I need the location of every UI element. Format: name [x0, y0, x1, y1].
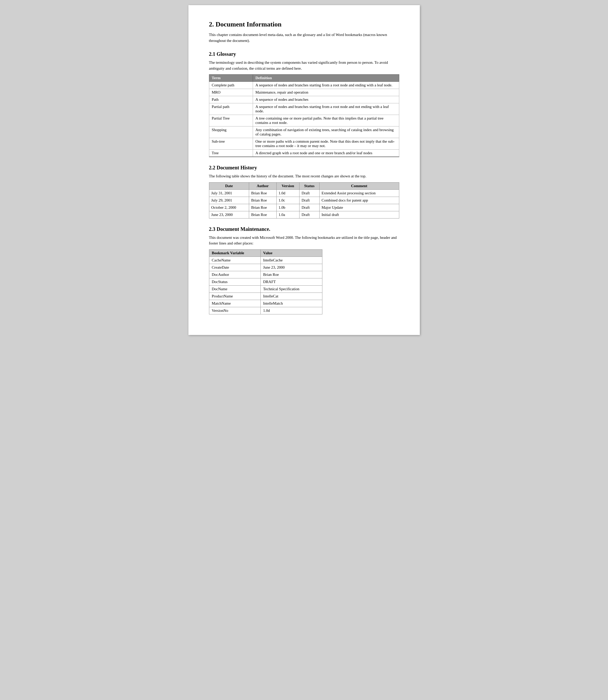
section2-3-title: 2.3 Document Maintenance. — [209, 226, 399, 232]
history-table-cell: Draft — [299, 197, 319, 204]
section2-1-intro: The terminology used in describing the s… — [209, 60, 399, 71]
history-table-cell: Combined docs for patent app — [319, 197, 399, 204]
history-table-cell: Brian Roe — [249, 211, 277, 218]
history-table-cell: 1.0d — [277, 189, 299, 197]
bookmark-table-header-row: Bookmark VariableValue — [209, 249, 322, 257]
glossary-definition-cell: A sequence of nodes and branches startin… — [253, 82, 399, 89]
glossary-term-cell: Shopping — [209, 127, 253, 138]
bookmark-table-cell: DocName — [209, 285, 261, 292]
glossary-term-cell: Partial Tree — [209, 115, 253, 127]
history-table-cell: Extended Assist processing section — [319, 189, 399, 197]
section2-title: 2. Document Information — [209, 21, 399, 28]
glossary-term-cell: Tree — [209, 150, 253, 157]
history-table-cell: Initial draft — [319, 211, 399, 218]
glossary-table: Term Definition Complete pathA sequence … — [209, 74, 399, 157]
glossary-col-definition: Definition — [253, 75, 399, 82]
bookmark-table-cell: IntelleMatch — [261, 300, 322, 307]
bookmark-table-row: ProductNameIntelleCat — [209, 292, 322, 300]
glossary-term-cell: Partial path — [209, 103, 253, 115]
section2-1-title: 2.1 Glossary — [209, 51, 399, 57]
section2-3-intro: This document was created with Microsoft… — [209, 235, 399, 246]
bookmark-table-row: MatchNameIntelleMatch — [209, 300, 322, 307]
glossary-term-cell: Complete path — [209, 82, 253, 89]
history-header-cell: Author — [249, 182, 277, 189]
glossary-term-cell: Sub-tree — [209, 138, 253, 150]
bookmark-table-cell: June 23, 2000 — [261, 264, 322, 271]
history-table-cell: 1.0b — [277, 204, 299, 211]
bookmark-table-cell: MatchName — [209, 300, 261, 307]
bookmark-table-row: DocStatusDRAFT — [209, 278, 322, 285]
history-table-cell: Draft — [299, 204, 319, 211]
section2-intro: This chapter contains document-level met… — [209, 32, 399, 43]
bookmark-table-row: VersionNo1.0d — [209, 307, 322, 314]
glossary-definition-cell: A directed graph with a root node and on… — [253, 150, 399, 157]
history-table-cell: June 23, 2000 — [209, 211, 249, 218]
glossary-table-header-row: Term Definition — [209, 75, 399, 82]
history-table-cell: Brian Roe — [249, 189, 277, 197]
glossary-table-row: Sub-treeOne or more paths with a common … — [209, 138, 399, 150]
history-table-cell: Major Update — [319, 204, 399, 211]
history-table-row: June 23, 2000Brian Roe1.0aDraftInitial d… — [209, 211, 399, 218]
glossary-col-term: Term — [209, 75, 253, 82]
glossary-table-row: Partial TreeA tree containing one or mor… — [209, 115, 399, 127]
bookmark-table-row: CreateDateJune 23, 2000 — [209, 264, 322, 271]
history-table-cell: Brian Roe — [249, 204, 277, 211]
section2-2-title: 2.2 Document History — [209, 165, 399, 171]
bookmark-table-row: DocNameTechnical Specification — [209, 285, 322, 292]
bookmark-table: Bookmark VariableValue CacheNameIntelleC… — [209, 249, 322, 315]
history-table-cell: July 29, 2001 — [209, 197, 249, 204]
bookmark-table-cell: Technical Specification — [261, 285, 322, 292]
glossary-table-row: TreeA directed graph with a root node an… — [209, 150, 399, 157]
bookmark-table-cell: CacheName — [209, 257, 261, 264]
history-table-row: July 31, 2001Brian Roe1.0dDraftExtended … — [209, 189, 399, 197]
history-header-cell: Date — [209, 182, 249, 189]
history-header-cell: Version — [277, 182, 299, 189]
bookmark-table-cell: DRAFT — [261, 278, 322, 285]
bookmark-table-cell: CreateDate — [209, 264, 261, 271]
bookmark-table-cell: 1.0d — [261, 307, 322, 314]
bookmark-table-cell: DocAuthor — [209, 271, 261, 278]
page: 2. Document Information This chapter con… — [188, 5, 420, 335]
bookmark-header-cell: Value — [261, 249, 322, 257]
history-table-row: July 29, 2001Brian Roe1.0cDraftCombined … — [209, 197, 399, 204]
glossary-term-cell: Path — [209, 96, 253, 103]
section2-2-intro: The following table shows the history of… — [209, 173, 399, 179]
glossary-table-row: ShoppingAny combination of navigation of… — [209, 127, 399, 138]
glossary-table-row: Complete pathA sequence of nodes and bra… — [209, 82, 399, 89]
history-table: DateAuthorVersionStatusComment July 31, … — [209, 182, 399, 219]
bookmark-table-cell: Brian Roe — [261, 271, 322, 278]
bookmark-header-cell: Bookmark Variable — [209, 249, 261, 257]
history-table-cell: 1.0c — [277, 197, 299, 204]
history-header-cell: Comment — [319, 182, 399, 189]
glossary-definition-cell: One or more paths with a common parent n… — [253, 138, 399, 150]
glossary-definition-cell: A sequence of nodes and branches — [253, 96, 399, 103]
glossary-definition-cell: A sequence of nodes and branches startin… — [253, 103, 399, 115]
history-header-cell: Status — [299, 182, 319, 189]
glossary-table-row: PathA sequence of nodes and branches — [209, 96, 399, 103]
bookmark-table-cell: IntelleCache — [261, 257, 322, 264]
glossary-table-row: Partial pathA sequence of nodes and bran… — [209, 103, 399, 115]
history-table-cell: October 2, 2000 — [209, 204, 249, 211]
bookmark-table-cell: IntelleCat — [261, 292, 322, 300]
glossary-table-row: MROMaintenance, repair and operation — [209, 89, 399, 96]
bookmark-table-row: CacheNameIntelleCache — [209, 257, 322, 264]
history-table-cell: July 31, 2001 — [209, 189, 249, 197]
history-table-cell: Draft — [299, 211, 319, 218]
glossary-term-cell: MRO — [209, 89, 253, 96]
history-table-cell: 1.0a — [277, 211, 299, 218]
glossary-definition-cell: Maintenance, repair and operation — [253, 89, 399, 96]
history-table-cell: Brian Roe — [249, 197, 277, 204]
glossary-definition-cell: Any combination of navigation of existin… — [253, 127, 399, 138]
bookmark-table-row: DocAuthorBrian Roe — [209, 271, 322, 278]
history-table-row: October 2, 2000Brian Roe1.0bDraftMajor U… — [209, 204, 399, 211]
bookmark-table-cell: DocStatus — [209, 278, 261, 285]
history-table-cell: Draft — [299, 189, 319, 197]
glossary-definition-cell: A tree containing one or more partial pa… — [253, 115, 399, 127]
bookmark-table-cell: ProductName — [209, 292, 261, 300]
bookmark-table-cell: VersionNo — [209, 307, 261, 314]
history-table-header-row: DateAuthorVersionStatusComment — [209, 182, 399, 189]
